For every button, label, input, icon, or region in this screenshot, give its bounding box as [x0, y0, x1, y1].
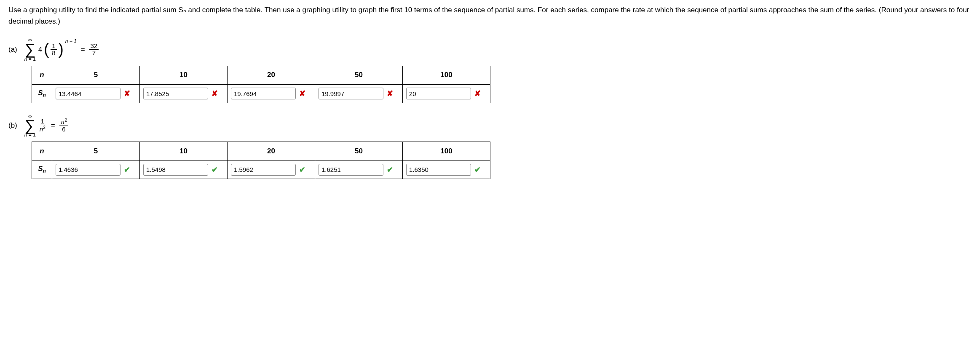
col-header: 50 — [315, 66, 403, 84]
answer-input[interactable] — [319, 88, 383, 99]
answer-input[interactable] — [143, 88, 208, 99]
correct-icon: ✔ — [299, 165, 305, 174]
part-a-formula: ∞ ∑ n = 1 4 ( 1 8 ) n − 1 = 32 7 — [24, 37, 99, 61]
col-header: 20 — [228, 142, 315, 160]
exponent: n − 1 — [65, 38, 77, 44]
inner-fraction: 1 8 — [51, 43, 56, 57]
answer-input[interactable] — [56, 164, 120, 176]
correct-icon: ✔ — [212, 165, 218, 174]
rhs-fraction: 32 7 — [89, 43, 99, 57]
part-a-row: (a) ∞ ∑ n = 1 4 ( 1 8 ) n − 1 = 32 7 — [8, 37, 972, 61]
wrong-icon: ✘ — [299, 89, 305, 98]
col-header: 20 — [228, 66, 315, 84]
header-sn: Sn — [32, 160, 52, 179]
answer-input[interactable] — [231, 164, 296, 176]
coeff: 4 — [38, 45, 42, 54]
col-header: 5 — [52, 66, 140, 84]
wrong-icon: ✘ — [474, 89, 481, 98]
col-header: 100 — [403, 142, 490, 160]
part-b-label: (b) — [8, 121, 17, 130]
wrong-icon: ✘ — [124, 89, 130, 98]
col-header: 10 — [140, 66, 228, 84]
part-b-row: (b) ∞ ∑ n = 1 1 n2 = π2 6 — [8, 114, 972, 137]
equals: = — [81, 45, 85, 54]
correct-icon: ✔ — [124, 165, 130, 174]
rparen: ) — [59, 43, 64, 56]
answer-input[interactable] — [319, 164, 383, 176]
table-b: n 5 10 20 50 100 Sn ✔ ✔ ✔ ✔ ✔ — [32, 142, 490, 179]
term-fraction: 1 n2 — [38, 118, 47, 133]
col-header: 5 — [52, 142, 140, 160]
header-sn: Sn — [32, 84, 52, 103]
correct-icon: ✔ — [387, 165, 393, 174]
equals: = — [51, 121, 55, 130]
rhs-fraction: π2 6 — [59, 118, 69, 133]
col-header: 10 — [140, 142, 228, 160]
header-n: n — [32, 66, 52, 84]
sigma-symbol: ∑ — [24, 119, 35, 132]
answer-input[interactable] — [231, 88, 296, 99]
answer-input[interactable] — [406, 164, 471, 176]
header-n: n — [32, 142, 52, 160]
answer-input[interactable] — [143, 164, 208, 176]
part-b-formula: ∞ ∑ n = 1 1 n2 = π2 6 — [24, 114, 69, 137]
table-a: n 5 10 20 50 100 Sn ✘ ✘ ✘ ✘ ✘ — [32, 66, 490, 103]
correct-icon: ✔ — [474, 165, 481, 174]
col-header: 100 — [403, 66, 490, 84]
wrong-icon: ✘ — [387, 89, 393, 98]
wrong-icon: ✘ — [212, 89, 218, 98]
sigma-lower: n = 1 — [24, 132, 36, 137]
sigma-lower: n = 1 — [24, 56, 36, 62]
lparen: ( — [44, 43, 49, 56]
sigma-symbol: ∑ — [24, 43, 35, 56]
answer-input[interactable] — [56, 88, 120, 99]
col-header: 50 — [315, 142, 403, 160]
part-a-label: (a) — [8, 45, 17, 54]
instructions-text: Use a graphing utility to find the indic… — [8, 4, 972, 27]
answer-input[interactable] — [406, 88, 471, 99]
